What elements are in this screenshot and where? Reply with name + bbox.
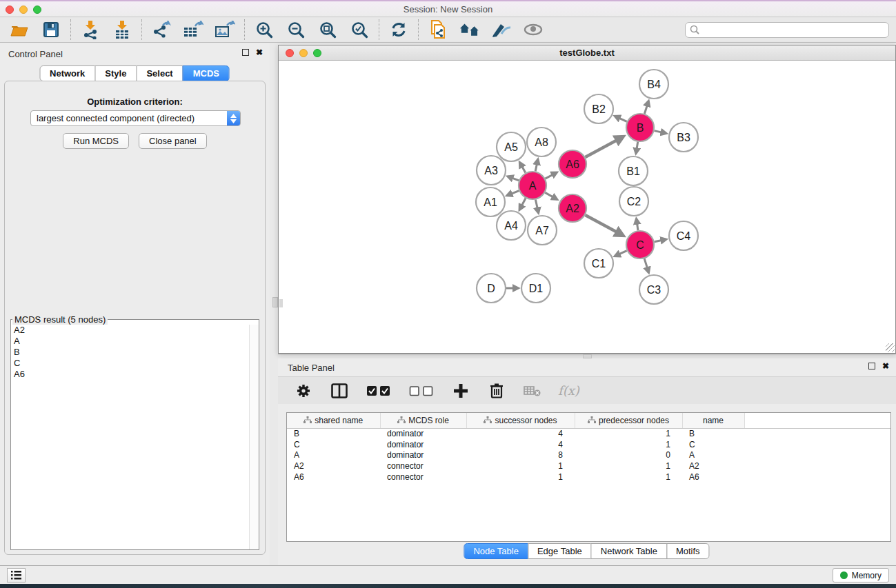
cell-name[interactable]: C (682, 439, 744, 450)
cell-successor_nodes[interactable]: 1 (466, 472, 575, 483)
table-row[interactable]: Adominator80A (287, 450, 890, 461)
show-hide-details-icon[interactable] (491, 20, 512, 39)
graph-edge-B-B2[interactable] (615, 116, 627, 122)
float-table-panel-icon[interactable] (868, 363, 875, 369)
tab-network[interactable]: Network (39, 65, 95, 81)
graph-node-B4[interactable]: B4 (639, 70, 668, 99)
window-resize-grip[interactable] (886, 343, 895, 352)
export-network-icon[interactable] (151, 20, 172, 39)
cell-mcds_role[interactable]: connector (380, 460, 466, 472)
maximize-window-icon[interactable] (33, 6, 41, 14)
graph-node-D1[interactable]: D1 (521, 274, 550, 303)
cell-name[interactable]: A (682, 450, 744, 461)
graph-node-C1[interactable]: C1 (584, 249, 613, 278)
import-table-icon[interactable] (112, 20, 132, 39)
graph-node-B2[interactable]: B2 (584, 94, 613, 123)
cell-name[interactable]: A2 (682, 460, 744, 472)
cell-shared_name[interactable]: B (287, 428, 380, 439)
graph-node-B[interactable]: B (626, 114, 654, 141)
cell-shared_name[interactable]: A (287, 450, 380, 461)
graph-edge-A-A4[interactable] (519, 199, 526, 210)
export-image-icon[interactable] (215, 20, 235, 39)
table-row[interactable]: A6connector11A6 (287, 472, 890, 483)
graph-edge-C-C4[interactable] (655, 239, 666, 242)
mcds-result-list[interactable]: A2ABCA6 (11, 325, 249, 549)
graph-edge-C-C3[interactable] (644, 258, 648, 272)
graph-node-A1[interactable]: A1 (476, 187, 505, 216)
graph-node-A2[interactable]: A2 (559, 194, 586, 222)
cell-shared_name[interactable]: A6 (287, 472, 380, 483)
close-panel-button[interactable]: Close panel (139, 133, 207, 149)
tab-style[interactable]: Style (94, 65, 137, 81)
cell-mcds_role[interactable]: connector (380, 472, 466, 483)
delete-table-icon[interactable] (522, 381, 543, 401)
cell-predecessor_nodes[interactable]: 0 (575, 450, 682, 461)
column-layout-icon[interactable] (329, 381, 350, 401)
column-header-shared-name[interactable]: shared name (287, 413, 380, 428)
graph-edge-A-A2[interactable] (545, 192, 557, 199)
cell-predecessor_nodes[interactable]: 1 (575, 460, 682, 472)
cell-mcds_role[interactable]: dominator (380, 428, 466, 439)
duplicate-network-icon[interactable] (428, 20, 448, 39)
cell-shared_name[interactable]: C (287, 439, 380, 450)
export-table-icon[interactable] (183, 20, 203, 39)
memory-button[interactable]: Memory (833, 568, 889, 582)
float-panel-icon[interactable] (242, 49, 249, 56)
graph-node-B1[interactable]: B1 (619, 156, 648, 185)
task-history-button[interactable] (7, 568, 26, 582)
cell-mcds_role[interactable]: dominator (380, 439, 466, 450)
minimize-window-icon[interactable] (19, 6, 28, 14)
settings-gear-icon[interactable] (293, 381, 314, 401)
tab-node-table[interactable]: Node Table (464, 543, 528, 559)
network-window-titlebar[interactable]: testGlobe.txt (279, 45, 895, 61)
home-icon[interactable] (459, 20, 480, 39)
network-graph-canvas[interactable]: ABCA2A6A1A3A4A5A7A8B1B2B3B4C1C2C3C4DD1 (279, 61, 895, 354)
list-item[interactable]: B (11, 347, 249, 358)
tab-select[interactable]: Select (136, 65, 183, 81)
deselect-all-checkboxes-icon[interactable] (408, 381, 435, 401)
graph-edge-A-A5[interactable] (520, 163, 526, 173)
column-header-MCDS-role[interactable]: MCDS role (380, 413, 466, 428)
graph-edge-C-C2[interactable] (637, 219, 638, 231)
scrollbar[interactable] (249, 325, 259, 549)
graph-edge-B-B3[interactable] (655, 131, 666, 134)
column-header-predecessor-nodes[interactable]: predecessor nodes (575, 413, 682, 428)
tab-mcds[interactable]: MCDS (183, 65, 230, 81)
zoom-out-icon[interactable] (286, 20, 306, 39)
list-item[interactable]: A6 (11, 369, 249, 380)
eye-icon[interactable] (523, 20, 544, 39)
open-file-icon[interactable] (9, 20, 30, 39)
cell-successor_nodes[interactable]: 1 (466, 460, 575, 472)
list-item[interactable]: A (11, 336, 249, 347)
close-window-icon[interactable] (6, 6, 14, 14)
graph-node-A4[interactable]: A4 (497, 211, 526, 240)
table-row[interactable]: Cdominator41C (287, 439, 890, 450)
tab-network-table[interactable]: Network Table (591, 543, 667, 559)
table-row[interactable]: Bdominator41B (287, 428, 890, 439)
graph-node-A5[interactable]: A5 (497, 132, 526, 161)
tab-edge-table[interactable]: Edge Table (528, 543, 592, 559)
graph-edge-A-A8[interactable] (535, 159, 538, 171)
graph-node-C3[interactable]: C3 (639, 275, 668, 304)
cell-successor_nodes[interactable]: 4 (466, 439, 575, 450)
zoom-in-icon[interactable] (254, 20, 275, 39)
close-table-panel-icon[interactable]: ✖ (882, 363, 889, 369)
table-row[interactable]: A2connector11A2 (287, 460, 890, 472)
graph-edge-B-B1[interactable] (636, 142, 638, 154)
maximize-view-icon[interactable] (313, 49, 321, 57)
graph-edge-C-C1[interactable] (615, 251, 627, 256)
search-input[interactable] (685, 22, 889, 38)
column-header-name[interactable]: name (682, 413, 744, 428)
graph-node-A7[interactable]: A7 (528, 216, 557, 245)
cell-name[interactable]: A6 (682, 472, 744, 483)
refresh-icon[interactable] (388, 20, 409, 39)
cell-predecessor_nodes[interactable]: 1 (575, 428, 682, 439)
column-header-successor-nodes[interactable]: successor nodes (466, 413, 575, 428)
add-column-icon[interactable] (450, 381, 471, 401)
graph-node-A3[interactable]: A3 (477, 156, 506, 185)
function-builder-icon[interactable]: f(x) (558, 383, 579, 398)
cell-mcds_role[interactable]: dominator (380, 450, 466, 461)
close-panel-icon[interactable]: ✖ (256, 49, 263, 56)
graph-node-C2[interactable]: C2 (619, 187, 648, 216)
graph-edge-A2-C[interactable] (586, 215, 624, 236)
